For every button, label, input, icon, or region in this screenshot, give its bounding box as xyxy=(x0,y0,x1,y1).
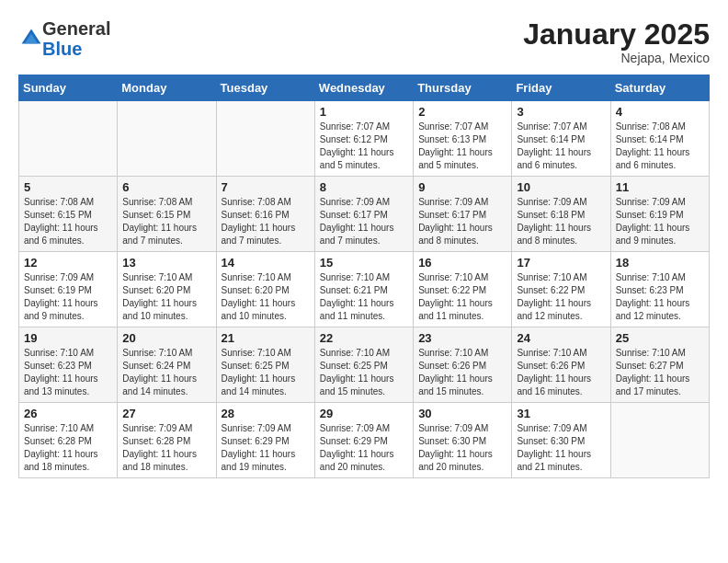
day-number: 10 xyxy=(517,180,605,194)
day-number: 26 xyxy=(24,407,112,420)
weekday-header-sunday: Sunday xyxy=(19,75,118,101)
day-info: Sunrise: 7:10 AMSunset: 6:26 PMDaylight:… xyxy=(418,347,506,398)
table-row xyxy=(610,403,709,478)
weekday-header-monday: Monday xyxy=(118,75,216,101)
day-info: Sunrise: 7:10 AMSunset: 6:25 PMDaylight:… xyxy=(222,347,310,398)
table-row: 12Sunrise: 7:09 AMSunset: 6:19 PMDayligh… xyxy=(19,252,118,327)
location: Nejapa, Mexico xyxy=(523,51,710,65)
table-row: 22Sunrise: 7:10 AMSunset: 6:25 PMDayligh… xyxy=(314,327,413,403)
day-info: Sunrise: 7:10 AMSunset: 6:26 PMDaylight:… xyxy=(517,347,605,398)
table-row: 3Sunrise: 7:07 AMSunset: 6:14 PMDaylight… xyxy=(512,101,610,177)
day-number: 7 xyxy=(222,180,310,194)
day-info: Sunrise: 7:10 AMSunset: 6:20 PMDaylight:… xyxy=(222,271,310,323)
table-row: 30Sunrise: 7:09 AMSunset: 6:30 PMDayligh… xyxy=(414,403,512,478)
table-row: 4Sunrise: 7:08 AMSunset: 6:14 PMDaylight… xyxy=(610,101,709,177)
day-info: Sunrise: 7:09 AMSunset: 6:18 PMDaylight:… xyxy=(517,196,605,247)
table-row: 13Sunrise: 7:10 AMSunset: 6:20 PMDayligh… xyxy=(118,252,216,327)
table-row: 15Sunrise: 7:10 AMSunset: 6:21 PMDayligh… xyxy=(314,252,413,327)
day-info: Sunrise: 7:09 AMSunset: 6:19 PMDaylight:… xyxy=(24,271,112,323)
day-info: Sunrise: 7:09 AMSunset: 6:19 PMDaylight:… xyxy=(616,196,704,247)
day-number: 12 xyxy=(24,256,112,270)
day-number: 16 xyxy=(418,256,506,270)
day-info: Sunrise: 7:09 AMSunset: 6:28 PMDaylight:… xyxy=(122,422,210,474)
day-info: Sunrise: 7:07 AMSunset: 6:13 PMDaylight:… xyxy=(418,121,506,172)
table-row xyxy=(216,101,314,177)
weekday-header-wednesday: Wednesday xyxy=(314,75,413,101)
day-info: Sunrise: 7:10 AMSunset: 6:25 PMDaylight:… xyxy=(320,347,408,398)
table-row: 10Sunrise: 7:09 AMSunset: 6:18 PMDayligh… xyxy=(512,177,610,252)
calendar-week-row: 5Sunrise: 7:08 AMSunset: 6:15 PMDaylight… xyxy=(19,177,710,252)
table-row: 16Sunrise: 7:10 AMSunset: 6:22 PMDayligh… xyxy=(414,252,512,327)
day-number: 6 xyxy=(122,180,210,194)
weekday-header-row: SundayMondayTuesdayWednesdayThursdayFrid… xyxy=(19,75,710,101)
day-number: 24 xyxy=(517,331,605,345)
day-info: Sunrise: 7:10 AMSunset: 6:24 PMDaylight:… xyxy=(122,347,210,398)
day-number: 2 xyxy=(418,105,506,119)
table-row: 9Sunrise: 7:09 AMSunset: 6:17 PMDaylight… xyxy=(414,177,512,252)
day-number: 29 xyxy=(320,407,408,420)
calendar-week-row: 26Sunrise: 7:10 AMSunset: 6:28 PMDayligh… xyxy=(19,403,710,478)
weekday-header-saturday: Saturday xyxy=(610,75,709,101)
table-row: 2Sunrise: 7:07 AMSunset: 6:13 PMDaylight… xyxy=(414,101,512,177)
day-number: 9 xyxy=(418,180,506,194)
day-info: Sunrise: 7:10 AMSunset: 6:23 PMDaylight:… xyxy=(24,347,112,398)
weekday-header-friday: Friday xyxy=(512,75,610,101)
day-number: 18 xyxy=(616,256,704,270)
day-info: Sunrise: 7:09 AMSunset: 6:17 PMDaylight:… xyxy=(418,196,506,247)
calendar-week-row: 12Sunrise: 7:09 AMSunset: 6:19 PMDayligh… xyxy=(19,252,710,327)
day-number: 17 xyxy=(517,256,605,270)
day-info: Sunrise: 7:09 AMSunset: 6:17 PMDaylight:… xyxy=(320,196,408,247)
table-row: 28Sunrise: 7:09 AMSunset: 6:29 PMDayligh… xyxy=(216,403,314,478)
table-row: 11Sunrise: 7:09 AMSunset: 6:19 PMDayligh… xyxy=(610,177,709,252)
day-info: Sunrise: 7:07 AMSunset: 6:14 PMDaylight:… xyxy=(517,121,605,172)
day-number: 3 xyxy=(517,105,605,119)
weekday-header-thursday: Thursday xyxy=(414,75,512,101)
table-row xyxy=(19,101,118,177)
day-info: Sunrise: 7:07 AMSunset: 6:12 PMDaylight:… xyxy=(320,121,408,172)
table-row: 24Sunrise: 7:10 AMSunset: 6:26 PMDayligh… xyxy=(512,327,610,403)
weekday-header-tuesday: Tuesday xyxy=(216,75,314,101)
day-number: 13 xyxy=(122,256,210,270)
day-number: 25 xyxy=(616,331,704,345)
day-info: Sunrise: 7:08 AMSunset: 6:14 PMDaylight:… xyxy=(616,121,704,172)
day-number: 30 xyxy=(418,407,506,420)
logo: General Blue xyxy=(18,18,110,59)
month-title: January 2025 xyxy=(523,18,710,51)
day-number: 19 xyxy=(24,331,112,345)
day-number: 21 xyxy=(222,331,310,345)
calendar-week-row: 1Sunrise: 7:07 AMSunset: 6:12 PMDaylight… xyxy=(19,101,710,177)
table-row: 8Sunrise: 7:09 AMSunset: 6:17 PMDaylight… xyxy=(314,177,413,252)
table-row xyxy=(118,101,216,177)
day-info: Sunrise: 7:08 AMSunset: 6:15 PMDaylight:… xyxy=(122,196,210,247)
day-info: Sunrise: 7:08 AMSunset: 6:15 PMDaylight:… xyxy=(24,196,112,247)
logo-icon xyxy=(20,28,42,50)
page-header: General Blue January 2025 Nejapa, Mexico xyxy=(18,18,710,65)
day-number: 5 xyxy=(24,180,112,194)
table-row: 17Sunrise: 7:10 AMSunset: 6:22 PMDayligh… xyxy=(512,252,610,327)
day-info: Sunrise: 7:10 AMSunset: 6:27 PMDaylight:… xyxy=(616,347,704,398)
table-row: 18Sunrise: 7:10 AMSunset: 6:23 PMDayligh… xyxy=(610,252,709,327)
day-number: 20 xyxy=(122,331,210,345)
title-block: January 2025 Nejapa, Mexico xyxy=(523,18,710,65)
day-info: Sunrise: 7:09 AMSunset: 6:29 PMDaylight:… xyxy=(222,422,310,474)
day-number: 22 xyxy=(320,331,408,345)
day-info: Sunrise: 7:10 AMSunset: 6:22 PMDaylight:… xyxy=(517,271,605,323)
day-number: 23 xyxy=(418,331,506,345)
day-number: 27 xyxy=(122,407,210,420)
day-info: Sunrise: 7:09 AMSunset: 6:30 PMDaylight:… xyxy=(517,422,605,474)
day-info: Sunrise: 7:08 AMSunset: 6:16 PMDaylight:… xyxy=(222,196,310,247)
table-row: 26Sunrise: 7:10 AMSunset: 6:28 PMDayligh… xyxy=(19,403,118,478)
day-number: 1 xyxy=(320,105,408,119)
day-info: Sunrise: 7:10 AMSunset: 6:23 PMDaylight:… xyxy=(616,271,704,323)
day-number: 14 xyxy=(222,256,310,270)
table-row: 20Sunrise: 7:10 AMSunset: 6:24 PMDayligh… xyxy=(118,327,216,403)
day-info: Sunrise: 7:09 AMSunset: 6:29 PMDaylight:… xyxy=(320,422,408,474)
day-number: 8 xyxy=(320,180,408,194)
day-info: Sunrise: 7:10 AMSunset: 6:22 PMDaylight:… xyxy=(418,271,506,323)
calendar: SundayMondayTuesdayWednesdayThursdayFrid… xyxy=(18,75,710,478)
table-row: 7Sunrise: 7:08 AMSunset: 6:16 PMDaylight… xyxy=(216,177,314,252)
day-info: Sunrise: 7:10 AMSunset: 6:21 PMDaylight:… xyxy=(320,271,408,323)
calendar-week-row: 19Sunrise: 7:10 AMSunset: 6:23 PMDayligh… xyxy=(19,327,710,403)
table-row: 19Sunrise: 7:10 AMSunset: 6:23 PMDayligh… xyxy=(19,327,118,403)
day-number: 11 xyxy=(616,180,704,194)
